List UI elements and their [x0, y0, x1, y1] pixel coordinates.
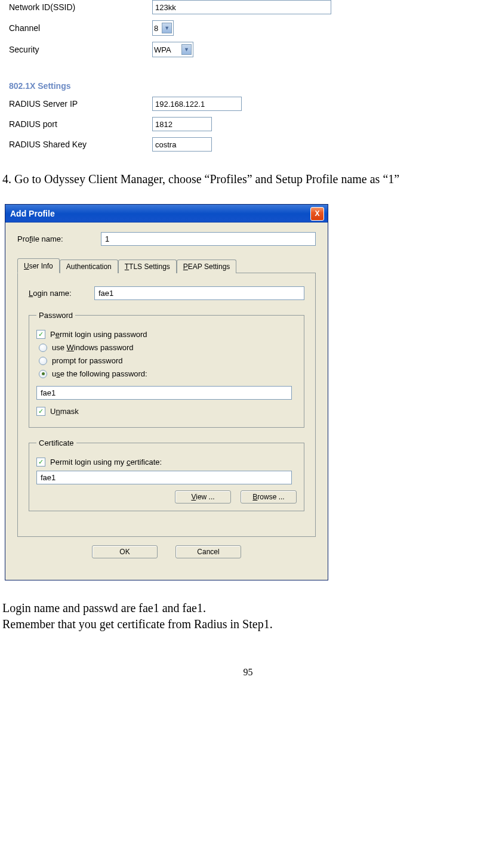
add-profile-dialog: Add Profile X Profile name: User Info Au…	[5, 204, 328, 580]
ssid-input[interactable]	[152, 0, 331, 14]
channel-label: Channel	[9, 23, 152, 33]
chevron-down-icon: ▼	[181, 44, 192, 55]
login-name-label: Login name:	[29, 289, 94, 298]
radius-key-input[interactable]	[152, 137, 212, 152]
close-button[interactable]: X	[310, 207, 324, 221]
tab-user-info[interactable]: User Info	[17, 258, 60, 273]
profile-name-input[interactable]	[101, 232, 316, 246]
prompt-password-radio[interactable]	[39, 357, 47, 365]
permit-login-password-label: Permit login using password	[50, 330, 147, 339]
prompt-password-label: prompt for password	[52, 356, 123, 365]
close-icon: X	[315, 209, 319, 218]
permit-login-certificate-checkbox[interactable]: ✓	[36, 458, 45, 467]
tab-panel-user-info: Login name: Password ✓ Permit login usin…	[17, 273, 316, 537]
unmask-label: Unmask	[50, 407, 79, 416]
security-value: WPA	[154, 45, 178, 54]
browse-button[interactable]: Browse ...	[241, 490, 297, 503]
use-windows-password-radio[interactable]	[39, 344, 47, 352]
permit-login-certificate-label: Permit login using my certificate:	[50, 458, 162, 467]
security-label: Security	[9, 45, 152, 54]
page-number: 95	[0, 667, 496, 678]
radius-ip-label: RADIUS Server IP	[9, 99, 152, 109]
8021x-settings-header: 802.1X Settings	[9, 81, 496, 91]
radius-key-label: RADIUS Shared Key	[9, 140, 152, 149]
tab-authentication[interactable]: Authentication	[60, 260, 118, 273]
permit-login-password-checkbox[interactable]: ✓	[36, 330, 45, 339]
router-settings-form: Network ID(SSID) Channel 8 ▼ Security WP…	[0, 0, 496, 152]
dialog-title: Add Profile	[10, 209, 310, 218]
cancel-button[interactable]: Cancel	[175, 545, 241, 558]
step4-text: 4. Go to Odyssey Client Manager, choose …	[0, 172, 496, 186]
password-group-legend: Password	[36, 311, 75, 320]
tab-bar: User Info Authentication TTLS Settings P…	[17, 258, 316, 273]
channel-value: 8	[154, 24, 158, 33]
dialog-titlebar[interactable]: Add Profile X	[5, 205, 328, 223]
ok-button[interactable]: OK	[92, 545, 158, 558]
radius-ip-input[interactable]	[152, 97, 242, 111]
radius-port-label: RADIUS port	[9, 119, 152, 129]
chevron-down-icon: ▼	[162, 23, 172, 33]
channel-select[interactable]: 8 ▼	[152, 20, 174, 36]
password-group: Password ✓ Permit login using password u…	[29, 311, 304, 428]
tab-peap-settings[interactable]: PEAP Settings	[177, 260, 237, 273]
login-name-input[interactable]	[94, 286, 304, 300]
certificate-group-legend: Certificate	[36, 438, 76, 447]
cert-note-text: Remember that you get certificate from R…	[0, 617, 496, 631]
view-button[interactable]: View ...	[175, 490, 231, 503]
tab-ttls-settings[interactable]: TTLS Settings	[118, 260, 177, 273]
security-select[interactable]: WPA ▼	[152, 42, 193, 57]
use-following-password-label: use the following password:	[52, 369, 147, 378]
password-input[interactable]	[36, 386, 292, 400]
use-following-password-radio[interactable]	[39, 370, 47, 378]
radius-port-input[interactable]	[152, 117, 212, 131]
profile-name-label: Profile name:	[17, 234, 101, 243]
ssid-label: Network ID(SSID)	[9, 2, 152, 12]
use-windows-password-label: use Windows password	[52, 343, 134, 352]
certificate-input[interactable]	[36, 471, 292, 484]
certificate-group: Certificate ✓ Permit login using my cert…	[29, 438, 304, 511]
login-note-text: Login name and passwd are fae1 and fae1.	[0, 601, 496, 615]
unmask-checkbox[interactable]: ✓	[36, 407, 45, 416]
